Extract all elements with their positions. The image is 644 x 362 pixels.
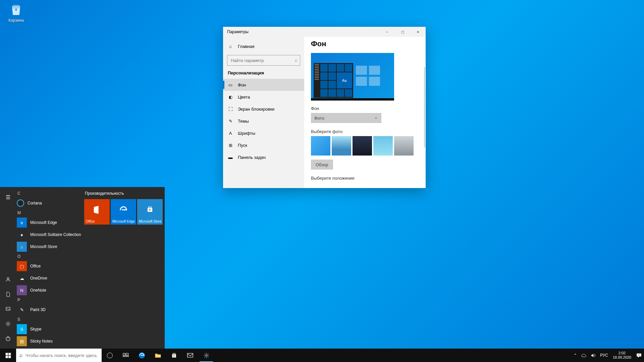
app-letter[interactable]: S (16, 316, 82, 323)
tray-onedrive-icon[interactable] (579, 349, 589, 362)
svg-rect-16 (123, 356, 129, 357)
sidebar-home[interactable]: ⌂ Главная (223, 40, 304, 52)
photo-thumb-1[interactable] (311, 136, 330, 156)
app-label: Sticky Notes (30, 339, 53, 344)
app-item[interactable]: ✎Paint 3D (16, 304, 82, 316)
lock-icon: ⛶ (228, 106, 233, 112)
mail-icon (187, 353, 194, 358)
settings-content: Фон Aa Фон (304, 37, 426, 188)
power-button[interactable] (0, 331, 16, 346)
tile-store[interactable]: Microsoft Store (137, 199, 163, 225)
start-button[interactable] (0, 349, 16, 362)
recycle-bin[interactable]: Корзина (3, 3, 29, 23)
app-icon: ☁ (17, 273, 27, 283)
app-icon: e (17, 218, 27, 228)
taskbar-explorer[interactable] (150, 349, 166, 362)
app-item[interactable]: ⌂Microsoft Store (16, 241, 82, 253)
settings-titlebar[interactable]: Параметры ─ ▢ ✕ (223, 27, 426, 37)
app-letter[interactable]: P (16, 296, 82, 304)
start-tiles: Производительность OfficeMicrosoft EdgeM… (82, 187, 165, 349)
sidebar-item-picture[interactable]: ▭Фон (223, 79, 304, 91)
app-icon (17, 199, 24, 207)
task-view-button[interactable] (118, 349, 134, 362)
sidebar-item-taskbar[interactable]: ▬Панель задач (223, 151, 304, 163)
maximize-button[interactable]: ▢ (395, 27, 410, 37)
taskbar-edge[interactable] (134, 349, 150, 362)
app-letter[interactable]: O (16, 253, 82, 260)
settings-window: Параметры ─ ▢ ✕ ⌂ Главная ⌕ Персонализац… (223, 27, 426, 188)
app-item[interactable]: NOneNote (16, 284, 82, 296)
browse-button[interactable]: Обзор (311, 160, 333, 170)
taskbar-store[interactable] (166, 349, 182, 362)
sidebar-item-lock[interactable]: ⛶Экран блокировки (223, 103, 304, 115)
svg-rect-15 (126, 353, 128, 355)
speaker-icon (591, 353, 596, 358)
app-icon: ⌂ (17, 242, 27, 252)
preview-aa-tile: Aa (337, 72, 353, 88)
tray-language[interactable]: РУС (598, 349, 610, 362)
app-item[interactable]: eMicrosoft Edge (16, 217, 82, 229)
sidebar-item-start[interactable]: ⊞Пуск (223, 139, 304, 151)
tray-volume[interactable] (589, 349, 598, 362)
app-item[interactable]: SSkype (16, 323, 82, 335)
tray-clock[interactable]: 2:02 18.09.2020 (610, 351, 634, 360)
close-button[interactable]: ✕ (410, 27, 426, 37)
user-button[interactable] (0, 272, 16, 287)
sidebar-item-label: Фон (238, 82, 246, 87)
app-item[interactable]: ☁OneDrive (16, 272, 82, 284)
taskbar-search-input[interactable] (25, 349, 98, 362)
app-label: Microsoft Edge (30, 220, 57, 225)
sidebar-item-palette[interactable]: ◐Цвета (223, 91, 304, 103)
content-title: Фон (311, 40, 419, 48)
recycle-bin-label: Корзина (3, 18, 29, 23)
tray-time: 2:02 (619, 351, 626, 355)
sidebar-item-font[interactable]: AШрифты (223, 127, 304, 139)
sidebar-item-brush[interactable]: ✎Темы (223, 115, 304, 127)
photo-thumb-4[interactable] (373, 136, 393, 156)
tile-office[interactable]: Office (84, 199, 110, 225)
svg-rect-14 (123, 353, 125, 355)
gear-icon (203, 352, 210, 359)
hamburger-button[interactable]: ☰ (0, 190, 16, 204)
font-icon: A (228, 130, 233, 136)
tiles-heading[interactable]: Производительность (85, 191, 163, 196)
tray-date: 18.09.2020 (613, 355, 631, 360)
content-scrollbar[interactable] (424, 67, 425, 147)
app-icon: ♠ (17, 230, 27, 240)
tile-label: Office (86, 220, 95, 223)
pictures-button[interactable] (0, 302, 16, 316)
documents-button[interactable] (0, 287, 16, 302)
tile-icon (92, 205, 102, 217)
cortana-button[interactable] (102, 349, 118, 362)
sidebar-item-label: Экран блокировки (238, 107, 274, 112)
tile-icon (119, 205, 128, 217)
app-item[interactable]: ♠Microsoft Solitaire Collection (16, 229, 82, 241)
app-icon: S (17, 324, 27, 334)
photo-thumb-2[interactable] (332, 136, 351, 156)
app-item[interactable]: Cortana (16, 197, 82, 209)
taskbar-search[interactable]: ⌕ (16, 349, 102, 362)
app-item[interactable]: ▤Sticky Notes (16, 335, 82, 347)
taskbar-mail[interactable] (182, 349, 198, 362)
tray-notifications[interactable]: 2 (634, 349, 644, 362)
tile-edge[interactable]: Microsoft Edge (111, 199, 136, 225)
svg-rect-10 (5, 353, 8, 355)
photo-thumb-3[interactable] (353, 136, 372, 156)
user-icon (5, 277, 11, 283)
app-letter[interactable]: C (16, 190, 82, 197)
tray-overflow[interactable]: ⌃ (572, 349, 579, 362)
background-dropdown[interactable]: Фото (311, 113, 381, 123)
taskbar-settings[interactable] (198, 349, 214, 362)
choose-fit-label: Выберите положение (311, 176, 419, 181)
app-label: OneNote (30, 288, 46, 293)
svg-rect-19 (174, 355, 175, 356)
minimize-button[interactable]: ─ (379, 27, 395, 37)
photo-thumb-5[interactable] (394, 136, 414, 156)
settings-button[interactable] (0, 316, 16, 331)
app-label: OneDrive (30, 276, 47, 281)
app-letter[interactable]: M (16, 209, 82, 217)
start-app-list[interactable]: CCortanaMeMicrosoft Edge♠Microsoft Solit… (16, 187, 82, 349)
settings-search-input[interactable] (227, 55, 300, 66)
app-item[interactable]: ▢Office (16, 260, 82, 272)
brush-icon: ✎ (228, 118, 233, 124)
